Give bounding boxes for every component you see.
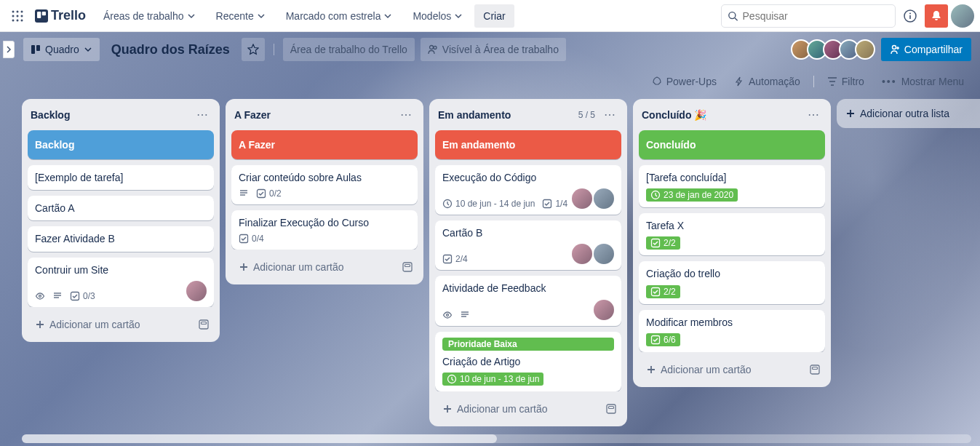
checklist-badge: 0/2: [256, 188, 282, 199]
expand-sidebar-button[interactable]: [3, 41, 15, 58]
list-menu-button[interactable]: ⋯: [601, 106, 618, 123]
card[interactable]: Cartão A: [28, 196, 214, 220]
card[interactable]: [Tarefa concluída]23 de jan de 2020: [639, 165, 825, 207]
list-header-card[interactable]: A Fazer: [231, 130, 418, 159]
list-header: A Fazer ⋯: [231, 105, 418, 124]
visibility-button[interactable]: Visível à Área de trabalho: [421, 38, 566, 61]
card[interactable]: Criação do trello2/2: [639, 261, 825, 303]
view-switcher-label: Quadro: [45, 44, 79, 55]
recent-menu-button[interactable]: Recente: [207, 4, 274, 28]
card-template-button[interactable]: [196, 317, 211, 332]
eye-icon: [35, 291, 45, 301]
list-menu-button[interactable]: ⋯: [194, 106, 211, 123]
svg-rect-16: [31, 45, 35, 54]
power-ups-button[interactable]: Power-Ups: [645, 70, 724, 93]
board-subheader: Power-Ups Automação Filtro ••• Mostrar M…: [0, 67, 980, 96]
search-box[interactable]: [721, 4, 896, 28]
card-title: [Exemplo de tarefa]: [35, 171, 207, 184]
card-members[interactable]: [594, 300, 614, 320]
chevron-down-icon: [383, 12, 392, 20]
card[interactable]: Prioridade BaixaCriação de Artigo10 de j…: [435, 332, 621, 391]
list-header-card[interactable]: Concluído: [639, 130, 825, 159]
card-badges: 10 de jun - 14 de jun1/4: [442, 199, 572, 209]
horizontal-scrollbar[interactable]: [22, 434, 971, 443]
list-count: 5 / 5: [578, 110, 595, 120]
list-footer: Adicionar um cartão: [28, 313, 214, 336]
template-icon: [402, 261, 413, 273]
svg-point-4: [17, 15, 19, 17]
card[interactable]: Modificar membros6/6: [639, 310, 825, 352]
add-card-button[interactable]: Adicionar um cartão: [31, 316, 196, 333]
board-title[interactable]: Quadro dos Raízes: [105, 42, 236, 57]
list-menu-button[interactable]: ⋯: [397, 106, 415, 123]
eye-icon: [442, 310, 453, 320]
checklist-badge: 0/3: [70, 291, 95, 301]
svg-point-5: [21, 15, 23, 17]
svg-point-19: [434, 47, 437, 49]
card-members[interactable]: [572, 244, 614, 264]
lists-container: Backlog ⋯ Backlog[Exemplo de tarefa]Cart…: [0, 96, 980, 446]
list-title[interactable]: Backlog: [31, 109, 70, 121]
starred-menu-button[interactable]: Marcado com estrela: [277, 4, 402, 28]
app-switcher-button[interactable]: [6, 4, 29, 28]
show-menu-button[interactable]: ••• Mostrar Menu: [875, 70, 971, 93]
workspaces-menu-label: Áreas de trabalho: [103, 10, 184, 22]
card[interactable]: Atividade de Feedback: [435, 276, 621, 325]
card[interactable]: Execução do Código10 de jun - 14 de jun1…: [435, 165, 621, 215]
list-menu-button[interactable]: ⋯: [805, 106, 822, 123]
checklist-icon: [442, 254, 453, 264]
view-switcher-button[interactable]: Quadro: [23, 38, 100, 61]
automation-button[interactable]: Automação: [727, 70, 808, 93]
card-badges: 2/4: [442, 254, 572, 264]
chevron-down-icon: [187, 12, 196, 20]
card[interactable]: Finalizar Execução do Curso0/4: [231, 210, 418, 250]
card-members[interactable]: [572, 188, 614, 209]
logo-home-link[interactable]: Trello: [29, 4, 92, 28]
filter-button[interactable]: Filtro: [820, 70, 872, 93]
svg-point-32: [447, 314, 449, 316]
card[interactable]: [Exemplo de tarefa]: [28, 165, 214, 190]
create-button[interactable]: Criar: [474, 4, 514, 28]
board-members[interactable]: [795, 39, 875, 60]
workspaces-menu-button[interactable]: Áreas de trabalho: [95, 4, 204, 28]
list-title[interactable]: Em andamento: [438, 109, 511, 121]
add-card-button[interactable]: Adicionar um cartão: [642, 361, 808, 378]
card[interactable]: Fazer Atividade B: [28, 226, 214, 251]
card-template-button[interactable]: [808, 362, 822, 377]
recent-menu-label: Recente: [216, 10, 254, 22]
add-card-button[interactable]: Adicionar um cartão: [234, 258, 400, 276]
search-input[interactable]: [743, 10, 889, 22]
card[interactable]: Tarefa X2/2: [639, 213, 825, 255]
plus-icon: [442, 404, 453, 414]
plus-icon: [646, 365, 656, 375]
card-template-button[interactable]: [604, 402, 618, 416]
list-title[interactable]: A Fazer: [234, 109, 271, 121]
date-badge: 10 de jun - 14 de jun: [442, 199, 535, 209]
template-icon: [198, 319, 210, 330]
checklist-badge: 0/4: [239, 234, 264, 244]
svg-point-12: [729, 12, 736, 18]
info-button[interactable]: [899, 4, 922, 28]
list-header-card[interactable]: Em andamento: [435, 130, 621, 159]
add-list-button[interactable]: Adicionar outra lista: [837, 99, 980, 128]
add-card-button[interactable]: Adicionar um cartão: [438, 400, 604, 418]
account-avatar[interactable]: [951, 4, 974, 28]
list-header-card[interactable]: Backlog: [28, 130, 214, 159]
card[interactable]: Contruir um Site0/3: [28, 258, 214, 307]
notifications-button[interactable]: [925, 4, 948, 28]
svg-rect-15: [909, 15, 911, 19]
share-button[interactable]: Compartilhar: [881, 38, 971, 61]
star-board-button[interactable]: [242, 38, 265, 61]
list-cards: A FazerCriar conteúdo sobre Aulas0/2Fina…: [231, 130, 418, 250]
card-members[interactable]: [186, 281, 207, 301]
card-template-button[interactable]: [400, 260, 415, 274]
card[interactable]: Criar conteúdo sobre Aulas0/2: [231, 165, 418, 204]
list-title[interactable]: Concluído 🎉: [642, 109, 706, 121]
card-title: Modificar membros: [646, 316, 818, 329]
logo-text: Trello: [51, 8, 86, 23]
templates-menu-button[interactable]: Modelos: [404, 4, 471, 28]
workspace-info-button[interactable]: Área de trabalho do Trello: [283, 38, 415, 61]
card[interactable]: Cartão B2/4: [435, 220, 621, 270]
card-title: Tarefa X: [646, 219, 818, 232]
power-ups-label: Power-Ups: [666, 76, 717, 87]
